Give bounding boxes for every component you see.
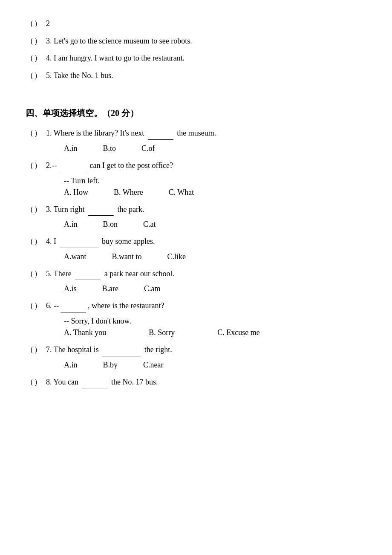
option-3c[interactable]: C.at (143, 220, 156, 229)
s4-question-text-1: 1. Where is the library? It's next the m… (46, 127, 366, 140)
s4-paren-open-2: （ (26, 159, 34, 172)
blank-4[interactable] (60, 248, 98, 248)
blank-1[interactable] (148, 139, 173, 140)
s4-question-row-7: （ ） 7. The hospital is the right. (26, 343, 366, 356)
blank-2[interactable] (61, 172, 86, 172)
s4-paren-open-6: （ (26, 299, 34, 312)
s4-sub-answer-2: -- Turn left. (64, 176, 366, 185)
question-row-4: （ ） 4. I am hungry. I want to go to the … (26, 52, 366, 65)
option-6c[interactable]: C. Excuse me (217, 328, 259, 337)
s4-paren-close-4: ） (34, 235, 44, 248)
option-7b[interactable]: B.by (103, 361, 118, 370)
option-6b[interactable]: B. Sorry (149, 328, 175, 337)
s4-question-text-2: 2.-- can I get to the post office? (46, 159, 366, 172)
s4-question-row-4: （ ） 4. I buy some apples. (26, 235, 366, 248)
s4-paren-open-5: （ (26, 267, 34, 280)
paren-close-4: ） (34, 52, 44, 65)
s4-options-3: A.in B.on C.at (64, 220, 366, 229)
option-4a[interactable]: A.want (64, 252, 86, 261)
s4-paren-close-7: ） (34, 343, 44, 356)
s4-question-row-6: （ ） 6. --, where is the restaurant? (26, 299, 366, 312)
s4-question-row-2: （ ） 2.-- can I get to the post office? (26, 159, 366, 172)
option-4b[interactable]: B.want to (112, 252, 142, 261)
s4-paren-open-8: （ (26, 376, 34, 389)
question-text-2: 2 (46, 17, 366, 30)
question-text-5: 5. Take the No. 1 bus. (46, 69, 366, 82)
option-7a[interactable]: A.in (64, 361, 78, 370)
section3-questions: （ ） 2 （ ） 3. Let's go to the science mus… (26, 17, 366, 82)
paren-open-5: （ (26, 69, 34, 82)
paren-close-5: ） (34, 69, 44, 82)
blank-6[interactable] (61, 312, 86, 312)
option-1c[interactable]: C.of (141, 144, 155, 153)
option-1a[interactable]: A.in (64, 144, 78, 153)
option-2a[interactable]: A. How (64, 188, 88, 197)
paren-open-4: （ (26, 52, 34, 65)
option-5c[interactable]: C.am (144, 284, 161, 293)
s4-question-text-6: 6. --, where is the restaurant? (46, 299, 366, 312)
s4-paren-close-3: ） (34, 203, 44, 216)
s4-question-text-5: 5. There a park near our school. (46, 267, 366, 280)
s4-options-7: A.in B.by C.near (64, 361, 366, 370)
s4-paren-close-1: ） (34, 127, 44, 140)
option-2b[interactable]: B. Where (114, 188, 143, 197)
s4-question-row-5: （ ） 5. There a park near our school. (26, 267, 366, 280)
paren-close-3: ） (34, 35, 44, 48)
s4-question-text-3: 3. Turn right the park. (46, 203, 366, 216)
option-3b[interactable]: B.on (103, 220, 118, 229)
option-3a[interactable]: A.in (64, 220, 78, 229)
option-5b[interactable]: B.are (102, 284, 118, 293)
section4: 四、单项选择填空。（20 分） （ ） 1. Where is the libr… (26, 107, 366, 388)
s4-paren-close-5: ） (34, 267, 44, 280)
s4-sub-answer-6: -- Sorry, I don't know. (64, 317, 366, 326)
paren-close-2: ） (34, 17, 44, 30)
option-6a[interactable]: A. Thank you (64, 328, 106, 337)
s4-question-row-3: （ ） 3. Turn right the park. (26, 203, 366, 216)
option-1b[interactable]: B.to (103, 144, 116, 153)
s4-paren-close-2: ） (34, 159, 44, 172)
question-row-5: （ ） 5. Take the No. 1 bus. (26, 69, 366, 82)
s4-options-1: A.in B.to C.of (64, 144, 366, 153)
s4-options-2: A. How B. Where C. What (64, 188, 366, 197)
s4-question-row-8: （ ） 8. You can the No. 17 bus. (26, 376, 366, 389)
s4-question-text-4: 4. I buy some apples. (46, 235, 366, 248)
s4-paren-close-6: ） (34, 299, 44, 312)
question-text-3: 3. Let's go to the science museum to see… (46, 35, 366, 48)
question-text-4: 4. I am hungry. I want to go to the rest… (46, 52, 366, 65)
s4-paren-close-8: ） (34, 376, 44, 389)
s4-paren-open-4: （ (26, 235, 34, 248)
option-2c[interactable]: C. What (169, 188, 194, 197)
blank-3[interactable] (88, 215, 114, 216)
section4-header: 四、单项选择填空。（20 分） (26, 107, 366, 119)
paren-open-2: （ (26, 17, 34, 30)
blank-7[interactable] (102, 356, 141, 356)
blank-8[interactable] (82, 388, 108, 388)
s4-question-text-8: 8. You can the No. 17 bus. (46, 376, 366, 389)
option-7c[interactable]: C.near (143, 361, 163, 370)
option-5a[interactable]: A.is (64, 284, 77, 293)
paren-open-3: （ (26, 35, 34, 48)
s4-paren-open-7: （ (26, 343, 34, 356)
s4-options-4: A.want B.want to C.like (64, 252, 366, 261)
s4-paren-open-1: （ (26, 127, 34, 140)
s4-options-5: A.is B.are C.am (64, 284, 366, 293)
s4-question-row-1: （ ） 1. Where is the library? It's next t… (26, 127, 366, 140)
s4-options-6: A. Thank you B. Sorry C. Excuse me (64, 328, 366, 337)
option-4c[interactable]: C.like (167, 252, 186, 261)
s4-question-text-7: 7. The hospital is the right. (46, 343, 366, 356)
question-row-2: （ ） 2 (26, 17, 366, 30)
question-row-3: （ ） 3. Let's go to the science museum to… (26, 35, 366, 48)
blank-5[interactable] (75, 280, 101, 280)
s4-paren-open-3: （ (26, 203, 34, 216)
